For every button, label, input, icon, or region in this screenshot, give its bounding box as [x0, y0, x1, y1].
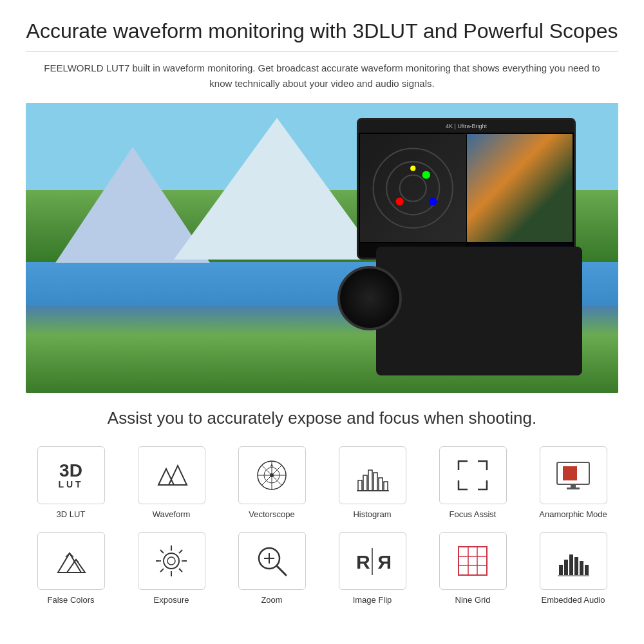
vectorscope-icon [252, 456, 291, 495]
icon-box-embedded-audio [540, 532, 607, 590]
feature-label-false-colors: False Colors [48, 595, 95, 605]
feature-label-nine-grid: Nine Grid [455, 595, 491, 605]
svg-text:R: R [377, 551, 392, 573]
assist-title: Assist you to accurately expose and focu… [26, 408, 618, 428]
feature-label-waveform: Waveform [153, 509, 191, 519]
features-row-1: 3D LUT 3D LUT Waveform [26, 446, 618, 519]
monitor-display: 4K | Ultra-Bright [318, 118, 589, 388]
screen-quad-tl [360, 134, 466, 243]
feature-image-flip: R R Image Flip [327, 532, 417, 605]
icon-box-exposure [138, 532, 205, 590]
svg-marker-16 [158, 469, 174, 485]
svg-point-48 [167, 557, 175, 565]
svg-rect-28 [368, 470, 372, 491]
icon-box-vectorscope [238, 446, 306, 504]
camera-body [376, 247, 582, 375]
feature-label-3dlut: 3D LUT [57, 509, 86, 519]
svg-rect-35 [571, 484, 576, 488]
feature-label-anamorphic: Anamorphic Mode [539, 509, 607, 519]
svg-rect-31 [384, 482, 388, 491]
feature-focus-assist: Focus Assist [428, 446, 518, 519]
feature-zoom: Zoom [227, 532, 317, 605]
svg-point-4 [396, 197, 404, 205]
anamorphic-icon [554, 456, 592, 495]
svg-point-0 [374, 148, 453, 227]
feature-label-zoom: Zoom [261, 595, 282, 605]
feature-label-vectorscope: Vectorscope [249, 509, 295, 519]
svg-rect-26 [358, 480, 362, 491]
svg-rect-62 [559, 565, 563, 575]
icon-box-zoom [238, 532, 306, 590]
svg-line-45 [179, 569, 182, 572]
svg-rect-64 [569, 554, 573, 575]
svg-marker-17 [169, 466, 187, 485]
svg-point-3 [422, 171, 430, 178]
focus-assist-icon [453, 456, 492, 495]
svg-text:R: R [356, 551, 370, 573]
svg-rect-30 [379, 478, 383, 491]
icon-box-3dlut: 3D LUT [37, 446, 105, 504]
svg-rect-36 [567, 488, 580, 489]
svg-rect-63 [564, 560, 568, 575]
waveform-icon [152, 456, 191, 495]
feature-label-histogram: Histogram [353, 509, 391, 519]
feature-label-exposure: Exposure [154, 595, 189, 605]
icon-box-anamorphic [540, 446, 607, 504]
features-row-2: False Colors [26, 532, 618, 605]
camera-lens [337, 266, 402, 330]
svg-point-39 [164, 553, 179, 569]
exposure-icon [152, 542, 191, 580]
feature-embedded-audio: Embedded Audio [528, 532, 618, 605]
icon-box-focus-assist [439, 446, 507, 504]
svg-point-24 [270, 473, 274, 477]
feature-label-focus-assist: Focus Assist [450, 509, 497, 519]
feature-exposure: Exposure [126, 532, 216, 605]
icon-box-histogram [339, 446, 406, 504]
feature-false-colors: False Colors [26, 532, 116, 605]
svg-rect-67 [585, 565, 589, 575]
icon-box-nine-grid [439, 532, 507, 590]
monitor-badge: 4K | Ultra-Bright [359, 120, 574, 133]
zoom-icon [252, 542, 291, 580]
svg-rect-27 [363, 475, 367, 491]
svg-rect-29 [374, 473, 377, 491]
false-colors-icon [52, 542, 90, 580]
main-title: Accurate waveform monitoring with 3DLUT … [26, 19, 618, 52]
feature-histogram: Histogram [327, 446, 417, 519]
icon-box-waveform [138, 446, 205, 504]
svg-rect-34 [563, 466, 577, 480]
feature-3dlut: 3D LUT 3D LUT [26, 446, 116, 519]
feature-anamorphic: Anamorphic Mode [528, 446, 618, 519]
feature-vectorscope: Vectorscope [227, 446, 317, 519]
icon-box-false-colors [37, 532, 105, 590]
svg-rect-65 [574, 557, 578, 575]
icon-box-image-flip: R R [339, 532, 406, 590]
nine-grid-icon [453, 542, 492, 580]
subtitle: FEELWORLD LUT7 built in waveform monitor… [39, 61, 605, 91]
feature-waveform: Waveform [126, 446, 216, 519]
svg-marker-38 [67, 560, 85, 573]
histogram-icon [353, 456, 392, 495]
svg-rect-57 [459, 547, 487, 575]
svg-line-51 [277, 566, 286, 575]
feature-label-image-flip: Image Flip [353, 595, 392, 605]
svg-point-2 [400, 175, 426, 201]
image-flip-icon: R R [353, 542, 392, 580]
hero-image: 4K | Ultra-Bright [26, 103, 618, 393]
feature-label-embedded-audio: Embedded Audio [541, 595, 605, 605]
embedded-audio-icon [554, 542, 592, 580]
feature-nine-grid: Nine Grid [428, 532, 518, 605]
screen-quad-tr [467, 134, 573, 243]
svg-rect-66 [580, 561, 583, 575]
svg-line-46 [179, 550, 182, 553]
svg-point-6 [410, 166, 415, 171]
svg-point-5 [429, 197, 437, 205]
